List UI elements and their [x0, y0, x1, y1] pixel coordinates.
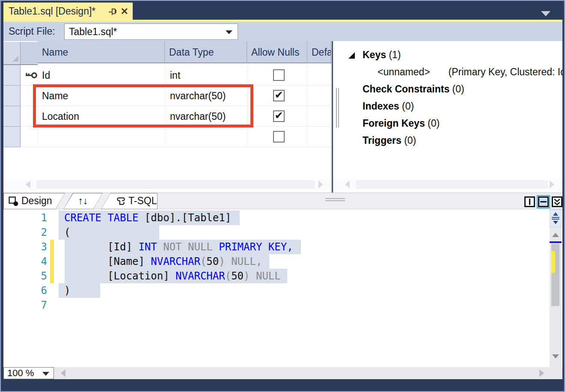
scroll-left-icon[interactable]: [26, 181, 30, 188]
line-number: 2: [29, 225, 47, 240]
allow-nulls-checkbox[interactable]: [273, 131, 285, 143]
primary-key-icon: [25, 71, 38, 81]
code-line[interactable]: [Id] INT NOT NULL PRIMARY KEY,: [64, 240, 293, 254]
column-header-defa[interactable]: Defa: [307, 41, 331, 63]
line-number: 6: [29, 283, 47, 298]
allow-nulls-checkbox[interactable]: [273, 69, 285, 81]
scroll-right-icon[interactable]: [318, 181, 323, 188]
caret-position-marker: [550, 241, 562, 243]
collapse-pane-button[interactable]: [551, 196, 563, 208]
line-number: 4: [29, 254, 47, 269]
select-all-cell[interactable]: [3, 42, 21, 65]
line-number: 3: [29, 240, 47, 254]
check-icon: ✔: [274, 110, 284, 121]
panel-hscrollbar[interactable]: [333, 179, 562, 190]
grid-hscroll-thumb[interactable]: [37, 181, 314, 188]
editor-hscrollbar[interactable]: [54, 367, 562, 379]
tree-item-unnamed-key[interactable]: <unnamed> (Primary Key, Clustered: Id): [333, 63, 562, 80]
allow-nulls-checkbox[interactable]: ✔: [273, 90, 285, 101]
script-file-bar: Script File: Table1.sql*: [3, 22, 562, 41]
selection-highlight: [59, 225, 159, 240]
changed-lines-marker: [551, 251, 555, 273]
code-line[interactable]: CREATE TABLE [dbo].[Table1]: [64, 211, 231, 225]
code-line[interactable]: (: [64, 225, 70, 240]
design-tab-icon: [8, 196, 19, 207]
tree-item-foreign-keys[interactable]: Foreign Keys (0): [333, 115, 562, 132]
annotation-red-box: [33, 84, 253, 128]
grid-hscrollbar[interactable]: [3, 179, 331, 190]
tsql-scroll-icon: [116, 196, 126, 206]
document-tab-title: Table1.sql [Design]*: [9, 6, 106, 17]
scroll-left-icon[interactable]: [345, 181, 350, 188]
code-line[interactable]: [Name] NVARCHAR(50) NULL,: [64, 254, 262, 269]
column-header-name[interactable]: Name: [38, 41, 165, 63]
scroll-right-icon[interactable]: [539, 369, 544, 377]
combo-dropdown-icon[interactable]: [42, 372, 49, 376]
zoom-level-combobox[interactable]: 100 %: [3, 367, 54, 379]
row-selector[interactable]: [3, 65, 21, 86]
tree-item-triggers[interactable]: Triggers (0): [333, 132, 562, 149]
code-line[interactable]: ): [64, 283, 70, 298]
code-line[interactable]: [Location] NVARCHAR(50) NULL: [64, 269, 281, 283]
table-designer-window: Table1.sql [Design]* ✕ Script File: Tabl…: [0, 0, 565, 392]
tree-item-indexes[interactable]: Indexes (0): [333, 98, 562, 115]
tsql-editor-pane: Design ↑↓ T-SQL: [3, 193, 562, 379]
tree-item-keys[interactable]: Keys (1): [333, 46, 562, 63]
table-row: [3, 127, 331, 147]
row-selector[interactable]: [3, 127, 21, 147]
scroll-left-icon[interactable]: [61, 369, 65, 377]
tab-overflow-chevron-icon[interactable]: [541, 11, 550, 16]
tree-item-check-constraints[interactable]: Check Constraints (0): [333, 80, 562, 98]
pin-icon[interactable]: [108, 6, 118, 17]
select-all-triangle-icon: [12, 56, 18, 62]
data-type-cell[interactable]: [170, 127, 245, 147]
table-row: Idint: [3, 65, 331, 86]
editor-split-handle[interactable]: [550, 209, 562, 227]
scroll-up-icon[interactable]: [552, 233, 559, 237]
line-number: 1: [29, 211, 47, 225]
zoom-level-value: 100 %: [7, 368, 34, 379]
allow-nulls-checkbox[interactable]: ✔: [273, 110, 285, 122]
data-type-cell[interactable]: int: [170, 65, 245, 86]
tab-design[interactable]: Design: [3, 193, 65, 209]
column-name-cell[interactable]: Id: [42, 65, 162, 86]
script-file-combobox[interactable]: Table1.sql*: [64, 24, 238, 40]
sash-grip[interactable]: [325, 198, 345, 199]
column-header-data-type[interactable]: Data Type: [165, 41, 247, 63]
row-selector[interactable]: [3, 106, 21, 127]
scroll-down-icon[interactable]: [552, 354, 559, 359]
combo-dropdown-icon[interactable]: [226, 30, 232, 34]
script-file-value: Table1.sql*: [69, 24, 117, 39]
column-header-allow-nulls[interactable]: Allow Nulls: [247, 41, 307, 63]
change-bar: [50, 240, 54, 283]
row-selector[interactable]: [3, 86, 21, 106]
scroll-right-icon[interactable]: [550, 181, 554, 188]
script-file-label: Script File:: [9, 22, 55, 41]
tab-tsql[interactable]: T-SQL: [101, 193, 158, 209]
panel-hscroll-thumb[interactable]: [356, 181, 547, 188]
line-number: 5: [29, 269, 47, 283]
column-name-cell[interactable]: [42, 127, 162, 147]
editor-status-row: 100 %: [3, 367, 562, 379]
keys-context-pane: Keys (1) <unnamed> (Primary Key, Cluster…: [333, 41, 562, 193]
split-horizontal-button[interactable]: [538, 196, 549, 208]
column-header-icon[interactable]: [21, 42, 38, 65]
line-number: 7: [29, 298, 47, 312]
sash-grip[interactable]: [325, 200, 345, 201]
close-icon[interactable]: ✕: [121, 6, 128, 17]
check-icon: ✔: [274, 90, 284, 100]
split-vertical-button[interactable]: [524, 196, 535, 208]
document-tab[interactable]: Table1.sql [Design]* ✕: [3, 3, 133, 20]
